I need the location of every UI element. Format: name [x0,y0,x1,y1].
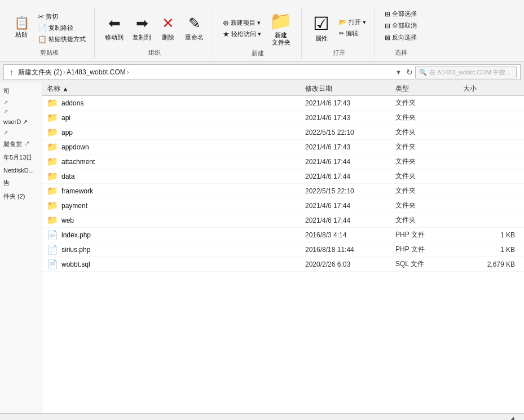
copy-to-button[interactable]: ➡ 复制到 [129,13,155,43]
file-name-cell: 📄 sirius.php [47,244,305,255]
table-row[interactable]: 📁 data 2021/4/6 17:44 文件夹 [42,169,524,184]
file-modified-cell: 2021/4/6 17:43 [305,114,395,122]
path-dropdown-button[interactable]: ▼ [393,68,404,77]
file-type-cell: 文件夹 [395,215,463,225]
search-icon: 🔍 [419,69,427,76]
sidebar-arrow-2[interactable]: ↗ [0,129,42,137]
open-group-label: 打开 [333,48,345,57]
ribbon-group-select: ⊞ 全部选择 ⊟ 全部取消 ⊠ 反向选择 选择 [376,7,425,58]
search-box: 🔍 在 A1483_wobbt.COM 中搜... [415,67,517,78]
table-row[interactable]: 📁 web 2021/4/6 17:44 文件夹 [42,213,524,228]
sidebar-arrow-0[interactable]: ↗ [0,98,42,107]
folder-icon: 📁 [47,200,58,211]
properties-button[interactable]: ☑ 属性 [309,11,334,45]
paste-shortcut-label: 粘贴快捷方式 [49,35,86,43]
delete-icon: ✕ [162,15,174,32]
cut-icon: ✂ [38,12,44,21]
table-row[interactable]: 📁 addons 2021/4/6 17:43 文件夹 [42,96,524,110]
file-modified-cell: 2021/4/6 17:44 [305,216,395,224]
table-row[interactable]: 📄 sirius.php 2016/8/18 11:44 PHP 文件 1 KB [42,242,524,257]
col-header-modified[interactable]: 修改日期 [305,84,395,94]
nav-up-button[interactable]: ↑ [7,67,16,78]
easy-access-icon: ★ [223,30,230,38]
table-row[interactable]: 📄 wobbt.sql 2020/2/26 6:03 SQL 文件 2,679 … [42,257,524,272]
sidebar-item-browserd[interactable]: wserD ↗ [0,116,42,128]
col-header-type[interactable]: 类型 [395,84,463,94]
table-row[interactable]: 📁 api 2021/4/6 17:43 文件夹 [42,110,524,125]
refresh-button[interactable]: ↻ [406,68,413,77]
sidebar-item-netdisk[interactable]: NetdiskD... [0,165,42,176]
paste-button[interactable]: 📋 粘贴 [10,15,33,41]
copy-path-label: 复制路径 [49,24,73,32]
table-row[interactable]: 📁 attachment 2021/4/6 17:44 文件夹 [42,154,524,169]
col-header-size[interactable]: 大小 [463,84,519,94]
invert-select-label: 反向选择 [392,33,417,42]
folder-icon: 📁 [47,171,58,182]
col-name-label: 名称 [47,84,60,94]
clipboard-group-label: 剪贴板 [40,48,59,57]
select-all-label: 全部选择 [392,10,417,18]
properties-label: 属性 [315,34,328,43]
file-name-text: web [61,216,74,224]
open-button[interactable]: 📂 打开 ▾ [336,17,369,28]
folder-icon: 📁 [47,215,58,226]
easy-access-button[interactable]: ★ 轻松访问 ▾ [220,29,264,39]
move-to-button[interactable]: ⬅ 移动到 [102,13,127,43]
open-small-buttons: 📂 打开 ▾ ✏ 编辑 [336,17,369,39]
sidebar-item-date[interactable]: 年5月13日 [0,151,42,164]
sidebar-item-0[interactable]: 司 [0,85,42,98]
sidebar-arrow-1[interactable]: ↗ [0,107,42,116]
table-row[interactable]: 📄 index.php 2016/8/3 4:14 PHP 文件 1 KB [42,228,524,242]
sidebar: 司 ↗ ↗ wserD ↗ ↗ 腿食堂 ↗ 年5月13日 NetdiskD...… [0,82,42,413]
deselect-all-button[interactable]: ⊟ 全部取消 [382,20,420,31]
invert-select-button[interactable]: ⊠ 反向选择 [382,32,420,43]
file-name-text: sirius.php [61,246,90,254]
rename-label: 重命名 [185,33,204,42]
cut-button[interactable]: ✂ 剪切 [35,11,89,22]
file-type-cell: 文件夹 [395,157,463,166]
sidebar-item-ad[interactable]: 告 [0,176,42,189]
table-row[interactable]: 📁 appdown 2021/4/6 17:43 文件夹 [42,140,524,154]
select-group-label: 选择 [395,48,407,57]
file-name-cell: 📄 index.php [47,229,305,240]
table-row[interactable]: 📁 framework 2022/5/15 22:10 文件夹 [42,184,524,198]
copy-path-button[interactable]: 📄 复制路径 [35,23,89,33]
file-type-cell: 文件夹 [395,171,463,181]
open-label: 打开 ▾ [349,18,366,26]
file-name-cell: 📁 addons [47,98,305,108]
address-bar: ↑ 新建文件夹 (2) › A1483_wobbt.COM › ▼ ↻ 🔍 在 … [3,64,521,80]
sort-icon: ▲ [62,85,69,93]
folder-icon: 📁 [47,98,58,108]
table-row[interactable]: 📁 app 2022/5/15 22:10 文件夹 [42,125,524,140]
sidebar-item-food[interactable]: 腿食堂 ↗ [0,138,42,151]
path-sep-1: › [63,68,65,76]
file-icon: 📄 [47,244,58,255]
delete-button[interactable]: ✕ 删除 [157,13,179,43]
path-sep-2: › [127,68,129,76]
file-name-cell: 📁 attachment [47,156,305,167]
file-type-cell: 文件夹 [395,113,463,122]
resize-handle[interactable]: ◢ [509,415,518,421]
new-item-button[interactable]: ⊕ 新建项目 ▾ [220,17,264,28]
edit-button[interactable]: ✏ 编辑 [336,28,369,39]
ribbon-group-new: ⊕ 新建项目 ▾ ★ 轻松访问 ▾ 📁 新建文件夹 新建 [214,7,302,58]
select-all-button[interactable]: ⊞ 全部选择 [382,8,420,19]
properties-icon: ☑ [313,13,329,34]
copy-to-icon: ➡ [136,15,148,32]
new-folder-button[interactable]: 📁 新建文件夹 [266,8,296,48]
file-list: 📁 addons 2021/4/6 17:43 文件夹 📁 api 2021/4… [42,96,524,272]
open-icon: 📂 [339,19,347,26]
folder-icon: 📁 [47,156,58,167]
col-header-name[interactable]: 名称 ▲ [47,84,305,94]
edit-icon: ✏ [339,30,344,37]
table-row[interactable]: 📁 payment 2021/4/6 17:44 文件夹 [42,198,524,213]
col-size-label: 大小 [463,84,477,94]
edit-label: 编辑 [346,29,358,38]
sidebar-item-folder[interactable]: 件夹 (2) [0,190,42,203]
select-items: ⊞ 全部选择 ⊟ 全部取消 ⊠ 反向选择 [382,8,420,43]
paste-label: 粘贴 [15,30,28,39]
deselect-all-label: 全部取消 [392,21,417,30]
file-name-text: payment [61,202,87,210]
rename-button[interactable]: ✎ 重命名 [182,13,207,43]
paste-shortcut-button[interactable]: 📋 粘贴快捷方式 [35,34,89,45]
